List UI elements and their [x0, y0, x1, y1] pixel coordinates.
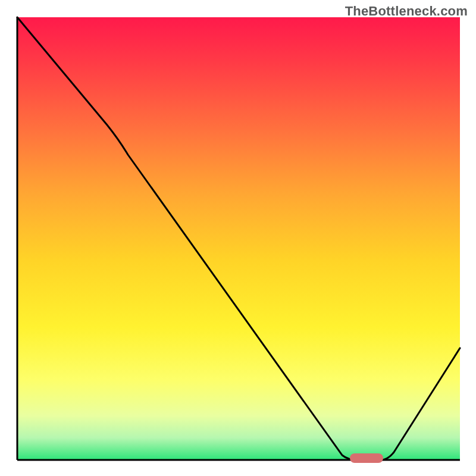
plot-background [17, 17, 460, 460]
plot-area [17, 17, 460, 463]
bottleneck-chart [0, 0, 476, 476]
target-marker [350, 453, 383, 463]
chart-container: TheBottleneck.com [0, 0, 476, 476]
